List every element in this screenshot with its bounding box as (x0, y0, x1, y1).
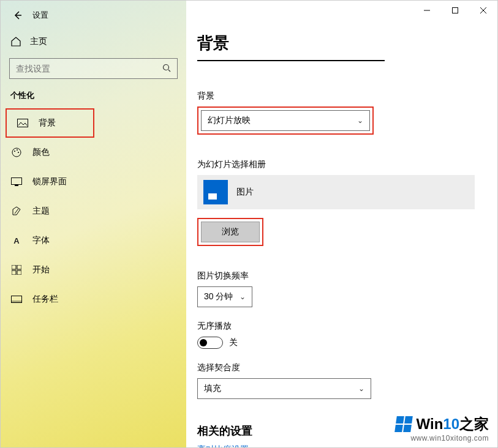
svg-rect-14 (453, 8, 458, 13)
album-row[interactable]: 图片 (197, 175, 475, 209)
maximize-button[interactable] (441, 1, 469, 20)
back-arrow-icon (13, 10, 23, 20)
palette-icon (10, 147, 23, 158)
main-content: 背景 背景 幻灯片放映 ⌄ 为幻灯片选择相册 图片 浏览 图片切换频率 (186, 1, 497, 447)
watermark: Win10之家 www.win10xitong.com (396, 414, 489, 442)
window-controls (413, 1, 497, 20)
sidebar-item-start[interactable]: 开始 (1, 255, 186, 285)
lockscreen-icon (10, 177, 23, 186)
sidebar-item-fonts[interactable]: A 字体 (1, 226, 186, 255)
frequency-dropdown[interactable]: 30 分钟 ⌄ (197, 286, 252, 307)
search-box[interactable] (9, 58, 178, 79)
sidebar-item-label: 字体 (32, 235, 50, 246)
svg-point-2 (12, 148, 21, 157)
sidebar-item-colors[interactable]: 颜色 (1, 138, 186, 167)
start-icon (10, 265, 23, 275)
home-label: 主页 (30, 36, 47, 47)
home-icon (10, 36, 21, 47)
svg-rect-8 (12, 265, 16, 269)
back-button[interactable] (6, 3, 30, 28)
sidebar-item-background[interactable]: 背景 (6, 108, 94, 138)
background-label: 背景 (197, 91, 497, 102)
sidebar-item-lockscreen[interactable]: 锁屏界面 (1, 167, 186, 196)
high-contrast-link[interactable]: 高对比度设置 (197, 444, 497, 448)
background-dropdown[interactable]: 幻灯片放映 ⌄ (201, 110, 370, 131)
close-button[interactable] (469, 1, 497, 20)
svg-rect-10 (12, 271, 16, 275)
svg-point-3 (14, 151, 15, 152)
svg-rect-6 (12, 178, 22, 185)
album-name: 图片 (236, 187, 254, 198)
fit-dropdown[interactable]: 填充 ⌄ (197, 378, 371, 399)
sidebar-item-taskbar[interactable]: 任务栏 (1, 285, 186, 314)
fit-label: 选择契合度 (197, 362, 497, 373)
title-underline (197, 60, 385, 61)
close-icon (480, 7, 487, 14)
brand-suffix: 之家 (459, 416, 489, 432)
svg-rect-13 (12, 301, 22, 303)
picture-icon (17, 119, 29, 127)
sidebar-item-label: 锁屏界面 (32, 176, 67, 187)
maximize-icon (451, 7, 459, 14)
highlight-box-browse: 浏览 (197, 218, 263, 246)
sidebar-item-label: 主题 (32, 206, 50, 217)
brand-prefix: Win (417, 416, 443, 432)
shuffle-state: 关 (229, 337, 238, 348)
svg-rect-9 (17, 265, 21, 269)
chevron-down-icon: ⌄ (357, 116, 363, 125)
page-title: 背景 (197, 32, 497, 54)
dropdown-value: 30 分钟 (204, 291, 233, 302)
svg-rect-11 (17, 271, 21, 275)
sidebar-item-label: 任务栏 (32, 294, 58, 305)
sidebar-home[interactable]: 主页 (1, 30, 186, 53)
album-thumbnail (203, 180, 228, 204)
dropdown-value: 幻灯片放映 (208, 115, 251, 126)
sidebar-section-title: 个性化 (1, 90, 186, 108)
svg-point-5 (18, 152, 19, 153)
frequency-label: 图片切换频率 (197, 271, 497, 282)
album-label: 为幻灯片选择相册 (197, 159, 497, 170)
search-icon (162, 64, 171, 74)
browse-button[interactable]: 浏览 (201, 222, 260, 242)
shuffle-toggle[interactable] (197, 337, 223, 349)
chevron-down-icon: ⌄ (358, 384, 364, 393)
chevron-down-icon: ⌄ (240, 293, 246, 301)
minimize-button[interactable] (413, 1, 441, 20)
windows-logo-icon (394, 416, 413, 432)
theme-icon (10, 206, 23, 217)
watermark-url: www.win10xitong.com (396, 434, 489, 442)
sidebar-item-themes[interactable]: 主题 (1, 196, 186, 226)
highlight-box-dropdown: 幻灯片放映 ⌄ (197, 106, 374, 135)
shuffle-label: 无序播放 (197, 321, 497, 332)
taskbar-icon (10, 296, 23, 303)
brand-num: 10 (443, 416, 459, 432)
dropdown-value: 填充 (204, 383, 221, 394)
svg-point-0 (164, 64, 169, 70)
sidebar-item-label: 背景 (39, 118, 56, 129)
sidebar-item-label: 开始 (32, 264, 50, 275)
sidebar: 设置 主页 个性化 背景 颜色 锁屏界面 (1, 1, 186, 447)
svg-point-4 (17, 149, 18, 151)
svg-rect-1 (18, 119, 28, 127)
titlebar-left: 设置 (1, 1, 186, 30)
svg-rect-7 (15, 185, 18, 186)
sidebar-item-label: 颜色 (32, 147, 50, 158)
app-title: 设置 (32, 10, 48, 21)
search-input[interactable] (16, 64, 148, 73)
font-icon: A (10, 236, 23, 245)
minimize-icon (423, 7, 431, 14)
